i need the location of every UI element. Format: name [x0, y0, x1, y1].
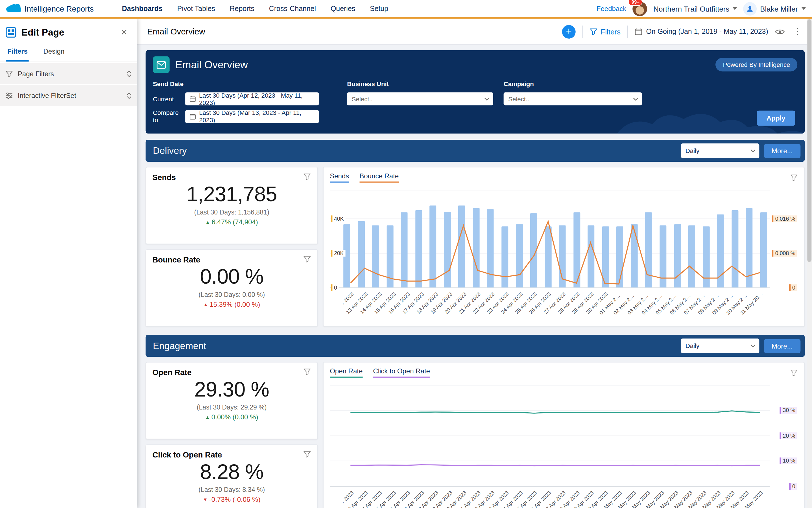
compare-date-field[interactable]: Last 30 Days (Mar 13, 2023 - Apr 11, 202… — [185, 110, 319, 123]
legend-sends[interactable]: Sends — [330, 172, 349, 182]
panel-item-label: Interactive FilterSet — [18, 91, 122, 99]
filter-icon[interactable] — [303, 255, 311, 263]
panel-item-interactive-filterset[interactable]: Interactive FilterSet — [0, 85, 137, 106]
right-axis-label: 0.016 % — [772, 216, 797, 222]
filter-icon[interactable] — [790, 369, 798, 377]
trend-up-icon: ▲ — [205, 415, 210, 420]
business-unit-label: Business Unit — [347, 80, 493, 88]
sends-subtext: (Last 30 Days: 1,156,881) — [146, 209, 317, 216]
nav-tab-setup[interactable]: Setup — [363, 0, 396, 17]
powered-by-badge[interactable]: Powered By Intelligence — [716, 58, 798, 72]
filter-icon[interactable] — [790, 174, 798, 181]
tab-filters[interactable]: Filters — [6, 43, 29, 61]
business-unit-select[interactable]: Select.. — [347, 92, 493, 105]
compare-date-value: Last 30 Days (Mar 13, 2023 - Apr 11, 202… — [199, 109, 315, 124]
delivery-granularity-select[interactable]: Daily — [681, 143, 759, 158]
email-icon — [153, 56, 170, 73]
right-axis-label: 20 % — [780, 432, 797, 439]
chevron-down-icon — [750, 149, 755, 153]
campaign-group: Campaign Select.. — [504, 80, 642, 127]
engagement-section-title: Engagement — [153, 340, 681, 351]
current-date-field[interactable]: Last 30 Days (Apr 12, 2023 - May 11, 202… — [185, 92, 319, 105]
filter-icon[interactable] — [303, 450, 311, 458]
bounce-rate-value: 0.00 % — [146, 265, 317, 288]
x-axis-labels: 12 Apr 202313 Apr 202314 Apr 202315 Apr … — [343, 486, 767, 508]
legend-open-rate[interactable]: Open Rate — [330, 367, 363, 378]
panel-item-label: Page Filters — [18, 70, 122, 78]
delivery-cards: Sends 1,231,785 (Last 30 Days: 1,156,881… — [146, 167, 805, 327]
more-menu-icon[interactable]: ⋮ — [792, 26, 804, 37]
click-to-open-rate-delta: ▼-0.73% (-0.06 %) — [146, 496, 317, 504]
funnel-icon — [5, 70, 13, 78]
right-axis-label: 0 — [789, 284, 797, 291]
primary-nav: Dashboards Pivot Tables Reports Cross-Ch… — [115, 0, 396, 17]
edit-page-header: Edit Page ✕ — [0, 19, 137, 43]
delivery-chart-legend: SendsBounce Rate — [330, 172, 399, 182]
email-overview-banner: Email Overview Powered By Intelligence S… — [146, 50, 805, 133]
engagement-more-button[interactable]: More... — [764, 339, 801, 353]
panel-item-page-filters[interactable]: Page Filters — [0, 63, 137, 84]
delivery-section-header: Delivery Daily More... — [146, 140, 805, 162]
legend-click-to-open-rate[interactable]: Click to Open Rate — [373, 367, 430, 378]
engagement-granularity-select[interactable]: Daily — [681, 339, 759, 353]
engagement-granularity-value: Daily — [686, 342, 699, 350]
filterset-sliders-icon — [5, 91, 13, 99]
apply-button[interactable]: Apply — [757, 111, 795, 126]
dashboard-icon — [5, 27, 17, 38]
trend-up-icon: ▲ — [203, 302, 208, 307]
nav-tab-reports[interactable]: Reports — [222, 0, 262, 17]
nav-tab-queries[interactable]: Queries — [323, 0, 363, 17]
send-date-label: Send Date — [153, 80, 319, 88]
date-range-label: On Going (Jan 1, 2019 - May 11, 2023) — [646, 28, 768, 36]
click-to-open-rate-subtext: (Last 30 Days: 8.34 %) — [146, 486, 317, 494]
sends-delta: ▲6.47% (74,904) — [146, 218, 317, 226]
legend-bounce-rate[interactable]: Bounce Rate — [359, 172, 399, 182]
filter-icon[interactable] — [303, 173, 311, 181]
nav-tab-dashboards[interactable]: Dashboards — [115, 0, 170, 17]
nav-right-cluster: Feedback 99+ Northern Trail Outfitters B… — [597, 1, 812, 16]
org-selector[interactable]: Northern Trail Outfitters — [653, 4, 737, 13]
divider — [627, 26, 628, 38]
nav-tab-cross-channel[interactable]: Cross-Channel — [262, 0, 323, 17]
nav-tab-pivot-tables[interactable]: Pivot Tables — [170, 0, 222, 17]
calendar-icon — [635, 28, 643, 36]
expand-collapse-chevrons-icon[interactable] — [127, 70, 131, 77]
bounce-rate-delta: ▲15.39% (0.00 %) — [146, 301, 317, 308]
page-scrollbar[interactable] — [807, 19, 812, 508]
notifications-avatar[interactable]: 99+ — [633, 1, 647, 16]
left-axis-label: 0 — [331, 284, 338, 291]
engagement-cards: Open Rate 29.30 % (Last 30 Days: 29.29 %… — [146, 362, 805, 508]
user-name: Blake Miller — [760, 4, 798, 13]
campaign-value: Select.. — [508, 95, 529, 102]
open-rate-card-title: Open Rate — [153, 368, 192, 377]
open-rate-card: Open Rate 29.30 % (Last 30 Days: 29.29 %… — [146, 362, 318, 439]
line-click-to-open-rate — [343, 385, 767, 486]
salesforce-cloud-logo — [5, 3, 21, 14]
x-axis-labels: 12 Apr 202313 Apr 202314 Apr 202315 Apr … — [343, 288, 767, 315]
preview-eye-button[interactable] — [775, 28, 785, 35]
campaign-select[interactable]: Select.. — [504, 92, 642, 105]
business-unit-value: Select.. — [352, 95, 373, 102]
engagement-chart-legend: Open RateClick to Open Rate — [330, 367, 430, 378]
open-rate-value: 29.30 % — [146, 378, 317, 401]
add-button[interactable]: + — [562, 25, 576, 38]
chevron-down-icon — [802, 7, 806, 10]
delivery-granularity-value: Daily — [686, 147, 699, 154]
scrollbar-thumb[interactable] — [807, 19, 811, 262]
edit-page-title: Edit Page — [22, 27, 113, 38]
feedback-link[interactable]: Feedback — [597, 5, 626, 13]
tab-design[interactable]: Design — [42, 43, 66, 61]
user-menu[interactable]: Blake Miller — [743, 2, 806, 15]
campaign-label: Campaign — [504, 80, 642, 88]
filters-label: Filters — [601, 27, 620, 36]
plot-area — [330, 190, 770, 288]
close-icon[interactable]: ✕ — [118, 27, 130, 38]
expand-collapse-chevrons-icon[interactable] — [127, 92, 131, 99]
date-range-selector[interactable]: On Going (Jan 1, 2019 - May 11, 2023) — [635, 28, 768, 36]
dashboard-content: Email Overview Powered By Intelligence S… — [137, 45, 812, 508]
delivery-chart-card: SendsBounce Rate 020K40K00.008 %0.016 %1… — [323, 167, 805, 327]
filter-icon[interactable] — [303, 368, 311, 376]
engagement-section-header: Engagement Daily More... — [146, 335, 805, 357]
delivery-more-button[interactable]: More... — [764, 144, 801, 158]
filters-button[interactable]: Filters — [590, 27, 620, 36]
